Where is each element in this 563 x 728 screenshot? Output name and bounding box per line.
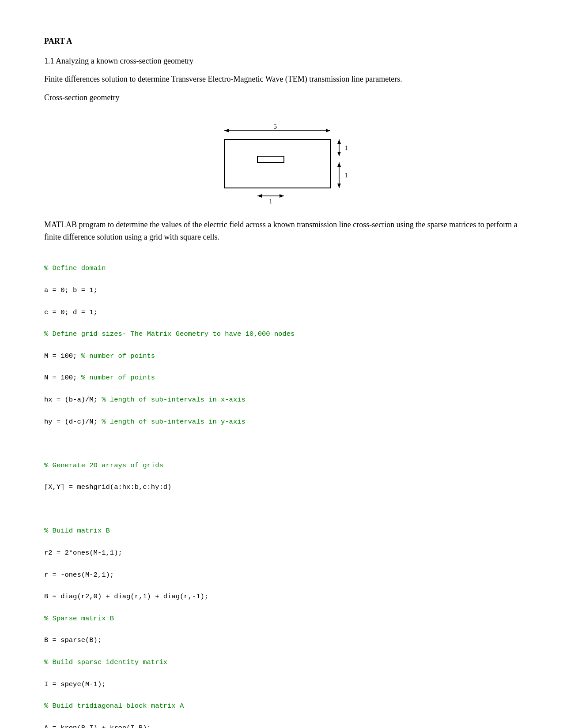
part-a-heading: PART A bbox=[44, 35, 519, 47]
svg-text:1: 1 bbox=[269, 198, 272, 205]
svg-marker-16 bbox=[280, 194, 284, 198]
svg-text:5: 5 bbox=[273, 123, 277, 130]
description-text: MATLAB program to determine the values o… bbox=[44, 219, 519, 244]
svg-marker-4 bbox=[326, 129, 330, 132]
diagram-container: 5 1 1 1 bbox=[44, 117, 519, 206]
svg-marker-15 bbox=[257, 194, 262, 198]
intro-text: Finite differences solution to determine… bbox=[44, 73, 519, 86]
svg-text:1: 1 bbox=[344, 172, 348, 179]
geometry-label: Cross-section geometry bbox=[44, 92, 519, 104]
svg-text:1: 1 bbox=[344, 144, 348, 151]
subsection-title: 1.1 Analyzing a known cross-section geom… bbox=[44, 55, 519, 67]
svg-marker-3 bbox=[224, 129, 229, 132]
svg-rect-0 bbox=[224, 139, 330, 188]
svg-marker-12 bbox=[337, 184, 341, 188]
cross-section-diagram: 5 1 1 1 bbox=[207, 117, 357, 206]
svg-rect-1 bbox=[257, 156, 284, 162]
svg-marker-7 bbox=[337, 139, 341, 144]
code-block-1: % Define domain a = 0; b = 1; c = 0; d =… bbox=[44, 252, 519, 728]
svg-marker-8 bbox=[337, 152, 341, 156]
svg-marker-11 bbox=[337, 162, 341, 167]
